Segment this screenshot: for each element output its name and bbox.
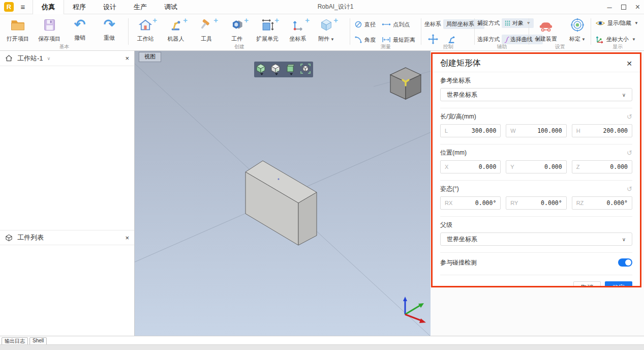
rotation-ry-field[interactable]: RY0.000° [506,196,566,210]
save-project-button[interactable]: 保存项目 [34,16,65,43]
workpiece-panel-title: 工件列表 [17,233,44,242]
rotation-fields-row: RX0.000° RY0.000° RZ0.000° [440,196,632,210]
measure-shortest-distance-button[interactable]: 最短距离 [382,36,415,44]
create-frame-button[interactable]: + 坐标系 [282,16,314,43]
redo-button[interactable]: ↷ 重做 [94,16,125,42]
reference-frame-select[interactable]: 世界坐标系 ∨ [440,88,632,101]
fit-view-button[interactable] [300,63,312,74]
group-label-display: 显示 [591,43,644,50]
position-x-field[interactable]: X0.000 [440,160,501,173]
length-field[interactable]: L300.000 [440,124,501,137]
extend-unit-icon: + [252,17,283,35]
menu-tab-simulation[interactable]: 仿真 [33,0,64,14]
cube-icon: + [311,17,342,35]
viewport-tab-view[interactable]: 视图 [139,52,161,62]
hamburger-menu-icon[interactable]: ≡ [18,3,27,11]
reset-position-icon[interactable]: ↺ [627,150,632,156]
plus-badge-icon: + [333,16,338,24]
reference-frame-value: 世界坐标系 [447,91,477,99]
calibrate-label: 标定 [569,35,580,43]
divider [440,216,632,217]
create-workstation-button[interactable]: + 工作站 [130,16,161,43]
dialog-title: 创建矩形体 [440,58,481,69]
workstation-tree-area[interactable] [0,66,134,229]
close-window-icon[interactable]: × [635,3,640,11]
field-prefix: H [576,128,580,134]
measure-diameter-button[interactable]: 直径 [354,20,376,28]
chevron-down-icon[interactable]: ▼ [330,37,334,42]
ribbon-group-settings: 创建装置 标定▼ 设置 [529,14,591,51]
undo-label: 撤销 [74,34,85,42]
status-strip [0,344,644,350]
chevron-down-icon: ∨ [622,92,626,98]
pick-mode-label: 选择方式 [477,36,500,43]
collision-toggle[interactable] [618,258,632,267]
calibrate-button[interactable]: 标定▼ [562,16,593,43]
ribbon-group-basic: 打开项目 保存项目 ↶ 撤销 ↷ 重做 基本 [0,14,129,51]
plane-view-button[interactable] [285,63,297,75]
plus-badge-icon: + [305,16,310,24]
workstation-panel-title: 工作站-1 [17,54,43,63]
snap-mode-value: 对象 [512,19,524,27]
parent-select[interactable]: 世界坐标系 ∨ [440,232,632,246]
measure-point-to-point-button[interactable]: 点到点 [382,20,410,28]
chevron-down-icon[interactable]: ∨ [47,56,51,61]
iso-view-button[interactable] [256,63,268,75]
create-extend-unit-button[interactable]: + 扩展单元 [252,16,283,43]
reset-size-icon[interactable]: ↺ [627,113,632,120]
parent-section: 父级 [440,221,632,229]
close-workstation-panel-icon[interactable]: × [125,54,129,62]
minimize-icon[interactable]: ─ [607,4,611,11]
field-value: 0.000° [541,199,562,207]
group-label-create: 创建 [129,43,350,50]
close-dialog-icon[interactable]: ✕ [626,60,632,68]
rotation-section: 姿态(°) ↺ [440,185,632,193]
field-value: 0.000° [606,199,628,207]
floppy-disk-icon [34,17,65,35]
viewport-scene [135,51,431,336]
rotation-rx-field[interactable]: RX0.000° [440,196,501,210]
create-tool-button[interactable]: + 工具 [191,16,222,43]
ribbon-group-control: 坐标系 局部坐标系▼ 控制 [421,14,475,51]
position-y-field[interactable]: Y0.000 [506,160,566,173]
field-value: 0.000° [475,199,497,207]
box-3d-object[interactable] [246,161,317,245]
open-project-button[interactable]: 打开项目 [2,16,34,43]
reset-rotation-icon[interactable]: ↺ [627,186,632,192]
parent-label: 父级 [440,221,452,229]
redo-label: 重做 [104,34,115,42]
ribbon-group-create: + 工作站 + 机器人 + 工具 [129,14,350,51]
cancel-button[interactable]: 取消 [573,281,601,287]
create-device-button[interactable]: 创建装置 [530,16,562,43]
show-hide-button[interactable]: 显示/隐藏▼ [595,19,638,27]
viewport-3d[interactable]: 视图 [135,51,431,336]
menu-tab-production[interactable]: 生产 [125,0,156,14]
create-frame-label: 坐标系 [290,35,306,43]
width-field[interactable]: W100.000 [506,124,566,137]
axis-size-button[interactable]: 坐标大小▼ [595,35,636,44]
field-value: 100.000 [537,127,562,134]
close-workpiece-panel-icon[interactable]: × [125,234,129,242]
menu-tab-program[interactable]: 程序 [64,0,95,14]
create-attachment-button[interactable]: + 附件▼ [311,16,342,43]
menu-tab-design[interactable]: 设计 [95,0,125,14]
undo-button[interactable]: ↶ 撤销 [64,16,96,42]
position-z-field[interactable]: Z0.000 [572,160,632,173]
chevron-down-icon[interactable]: ▼ [581,37,586,42]
field-value: 0.000 [610,163,628,170]
rotation-rz-field[interactable]: RZ0.000° [572,196,632,210]
view-navigation-cube[interactable] [390,68,421,99]
maximize-icon[interactable] [621,5,626,10]
measure-angle-button[interactable]: 角度 [354,36,376,44]
height-field[interactable]: H200.000 [572,124,632,137]
create-workpiece-button[interactable]: + 工件 [221,16,253,43]
create-extend-unit-label: 扩展单元 [256,35,279,43]
menu-tab-debug[interactable]: 调试 [156,0,186,14]
workstation-house-icon: + [130,17,161,35]
create-robot-button[interactable]: + 机器人 [160,16,192,43]
ok-button[interactable]: 确定 [605,281,632,287]
ribbon-toolbar: 打开项目 保存项目 ↶ 撤销 ↷ 重做 基本 [0,14,644,51]
window-controls: ─ × [607,0,640,14]
face-view-button[interactable] [270,63,283,75]
app-logo[interactable]: R [4,2,14,12]
